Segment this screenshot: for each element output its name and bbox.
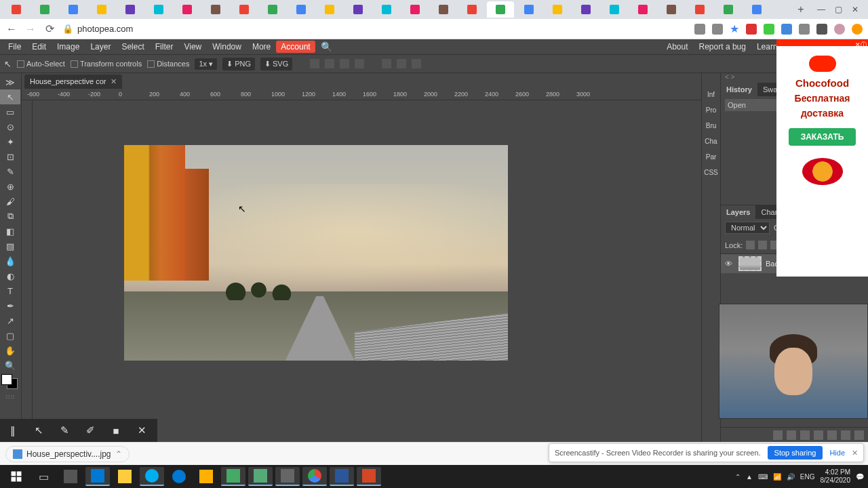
browser-tab[interactable]: [60, 1, 87, 18]
browser-tab[interactable]: [31, 1, 58, 18]
browser-tab[interactable]: [145, 1, 172, 18]
link-report-a-bug[interactable]: Report a bug: [695, 40, 750, 54]
recorder-close-button[interactable]: ✕: [129, 419, 155, 442]
browser-tab[interactable]: [88, 1, 115, 18]
browser-tab[interactable]: [515, 1, 542, 18]
browser-tab[interactable]: [373, 1, 400, 18]
recorder-highlighter-button[interactable]: ✐: [77, 419, 103, 442]
recorder-pointer-button[interactable]: ↖: [26, 419, 52, 442]
blend-mode-select[interactable]: Normal: [725, 222, 770, 234]
ext-icon[interactable]: [799, 24, 810, 35]
visibility-icon[interactable]: 👁: [725, 260, 734, 268]
recorder-pen-button[interactable]: ✎: [52, 419, 77, 442]
browser-tab[interactable]: [458, 1, 486, 18]
browser-tab[interactable]: [316, 1, 343, 18]
panel-par[interactable]: Par: [702, 149, 720, 165]
browser-tab[interactable]: [544, 1, 571, 18]
notifications-icon[interactable]: 💬: [856, 473, 864, 481]
browser-tab[interactable]: [430, 1, 457, 18]
forward-button[interactable]: →: [24, 23, 37, 35]
task-view-button[interactable]: ▭: [31, 467, 56, 486]
menu-view[interactable]: View: [178, 40, 207, 54]
menu-layer[interactable]: Layer: [85, 40, 116, 54]
close-icon[interactable]: ✕: [852, 449, 858, 458]
type-tool[interactable]: T: [0, 283, 20, 298]
wand-tool[interactable]: ✦: [0, 134, 20, 149]
taskbar-app[interactable]: [194, 467, 218, 486]
panel-inf[interactable]: Inf: [702, 87, 720, 102]
back-button[interactable]: ←: [5, 23, 18, 35]
hide-notice-button[interactable]: Hide: [829, 449, 845, 457]
bookmark-star-icon[interactable]: ★: [730, 22, 739, 35]
zoom-select[interactable]: 1x ▾: [195, 58, 217, 70]
close-tab-icon[interactable]: ✕: [111, 77, 117, 86]
browser-tab[interactable]: [231, 1, 258, 18]
taskbar-app[interactable]: [248, 467, 273, 486]
blur-tool[interactable]: 💧: [0, 253, 20, 268]
adjustment-icon[interactable]: [814, 430, 823, 440]
extensions-icon[interactable]: [816, 24, 827, 35]
delete-layer-icon[interactable]: [854, 430, 864, 440]
shape-tool[interactable]: ▢: [0, 328, 20, 343]
download-item[interactable]: House_perspectiv....jpg ⌃: [5, 446, 130, 462]
pen-tool[interactable]: ✒: [0, 298, 20, 313]
window-minimize[interactable]: —: [817, 5, 825, 14]
browser-tab[interactable]: [601, 1, 628, 18]
profile-avatar[interactable]: [834, 24, 845, 35]
brush-tool[interactable]: 🖌: [0, 194, 20, 209]
menu-image[interactable]: Image: [52, 40, 85, 54]
ext-icon[interactable]: [712, 24, 723, 35]
tab-history[interactable]: History: [721, 83, 757, 96]
taskbar-app[interactable]: [58, 467, 83, 486]
dodge-tool[interactable]: ◐: [0, 268, 20, 283]
ext-icon[interactable]: [781, 24, 792, 35]
browser-tab[interactable]: [743, 1, 770, 18]
zoom-tool[interactable]: 🔍: [0, 358, 20, 373]
path-tool[interactable]: ↗: [0, 313, 20, 328]
layer-mask-icon[interactable]: [800, 430, 810, 440]
reload-button[interactable]: ⟳: [43, 23, 56, 35]
browser-tab[interactable]: [288, 1, 315, 18]
export-png-button[interactable]: ⬇PNG: [222, 58, 255, 70]
browser-tab[interactable]: [715, 1, 742, 18]
start-button[interactable]: [4, 467, 28, 486]
window-maximize[interactable]: ▢: [835, 5, 842, 14]
move-tool[interactable]: ↖: [0, 89, 20, 104]
menu-filter[interactable]: Filter: [150, 40, 179, 54]
eyedropper-tool[interactable]: ✎: [0, 164, 20, 179]
browser-tab[interactable]: [658, 1, 685, 18]
distribute-icon[interactable]: [412, 59, 421, 68]
url-field[interactable]: 🔒 photopea.com: [62, 24, 688, 34]
menu-edit[interactable]: Edit: [26, 40, 52, 54]
taskbar-app[interactable]: [275, 467, 300, 486]
taskbar-app[interactable]: [221, 467, 245, 486]
ext-icon[interactable]: [694, 24, 705, 35]
window-close[interactable]: ✕: [852, 5, 859, 14]
collapse-icon[interactable]: ≫: [0, 75, 20, 89]
chevron-up-icon[interactable]: ⌃: [115, 449, 122, 459]
link-layers-icon[interactable]: [773, 430, 783, 440]
eraser-tool[interactable]: ◧: [0, 224, 20, 239]
taskbar-app-word[interactable]: [330, 467, 354, 486]
panel-pro[interactable]: Pro: [702, 102, 720, 118]
browser-tab[interactable]: [401, 1, 429, 18]
quickmask-icon[interactable]: □ □: [0, 389, 20, 404]
recorder-pause-button[interactable]: ‖: [0, 419, 26, 442]
gradient-tool[interactable]: ▨: [0, 239, 20, 253]
lock-pixels-icon[interactable]: [758, 241, 767, 249]
group-icon[interactable]: [827, 430, 837, 440]
browser-tab[interactable]: [259, 1, 286, 18]
ext-icon[interactable]: [746, 24, 757, 35]
account-menu[interactable]: Account: [276, 41, 315, 53]
panel-bru[interactable]: Bru: [702, 118, 720, 134]
menu-more[interactable]: More: [247, 40, 276, 54]
panel-cha[interactable]: Cha: [702, 134, 720, 149]
browser-tab[interactable]: [686, 1, 713, 18]
webcam-overlay[interactable]: [719, 304, 868, 419]
panel-css[interactable]: CSS: [702, 165, 720, 180]
tray-chevron-icon[interactable]: ⌃: [735, 473, 741, 481]
volume-icon[interactable]: 🔊: [787, 473, 795, 481]
crop-tool[interactable]: ⊡: [0, 149, 20, 164]
wifi-icon[interactable]: 📶: [773, 473, 781, 481]
distances-checkbox[interactable]: Distances: [147, 60, 189, 68]
